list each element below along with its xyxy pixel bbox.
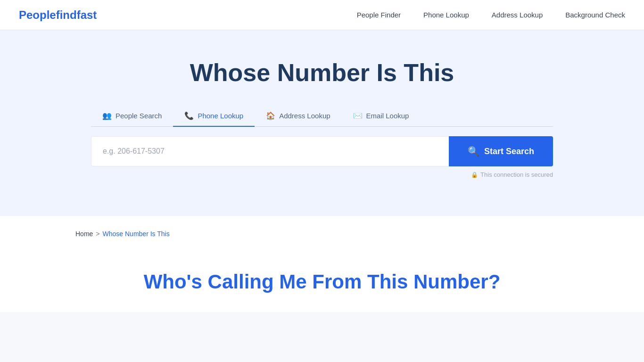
lock-icon: 🔒: [471, 172, 478, 178]
secure-connection-notice: 🔒 This connection is secured: [91, 171, 553, 178]
nav-people-finder[interactable]: People Finder: [357, 11, 401, 19]
start-search-button[interactable]: 🔍 Start Search: [449, 136, 553, 166]
breadcrumb: Home > Whose Number Is This: [75, 230, 569, 238]
tab-address-lookup[interactable]: 🏠 Address Lookup: [255, 106, 341, 127]
search-tabs: 👥 People Search 📞 Phone Lookup 🏠 Address…: [91, 106, 553, 127]
tab-people-search-label: People Search: [116, 112, 162, 120]
main-search-section: Whose Number Is This 👥 People Search 📞 P…: [0, 30, 644, 216]
bottom-title: Who's Calling Me From This Number?: [75, 271, 569, 293]
nav-address-lookup[interactable]: Address Lookup: [492, 11, 543, 19]
breadcrumb-section: Home > Whose Number Is This: [0, 216, 644, 252]
tab-people-search[interactable]: 👥 People Search: [91, 106, 173, 127]
tab-email-lookup-label: Email Lookup: [366, 112, 409, 120]
tab-address-lookup-label: Address Lookup: [279, 112, 330, 120]
nav-phone-lookup[interactable]: Phone Lookup: [423, 11, 469, 19]
search-button-label: Start Search: [484, 147, 534, 156]
main-nav: People Finder Phone Lookup Address Looku…: [357, 11, 625, 19]
secure-text-label: This connection is secured: [480, 171, 553, 178]
breadcrumb-current: Whose Number Is This: [103, 230, 170, 238]
tab-email-lookup[interactable]: ✉️ Email Lookup: [342, 106, 421, 127]
breadcrumb-separator: >: [96, 230, 99, 238]
search-row: 🔍 Start Search: [91, 136, 553, 166]
tab-phone-lookup-label: Phone Lookup: [198, 112, 243, 120]
search-icon: 🔍: [468, 146, 479, 157]
nav-background-check[interactable]: Background Check: [565, 11, 625, 19]
phone-icon: 📞: [184, 111, 194, 120]
email-icon: ✉️: [353, 111, 363, 120]
home-icon: 🏠: [266, 111, 275, 120]
phone-search-input[interactable]: [91, 136, 449, 166]
tab-phone-lookup[interactable]: 📞 Phone Lookup: [173, 106, 255, 127]
page-title: Whose Number Is This: [190, 58, 454, 87]
people-icon: 👥: [102, 111, 112, 120]
site-header: Peoplefindfast People Finder Phone Looku…: [0, 0, 644, 30]
breadcrumb-home[interactable]: Home: [75, 230, 93, 238]
bottom-section: Who's Calling Me From This Number?: [0, 252, 644, 312]
site-logo[interactable]: Peoplefindfast: [19, 8, 97, 22]
